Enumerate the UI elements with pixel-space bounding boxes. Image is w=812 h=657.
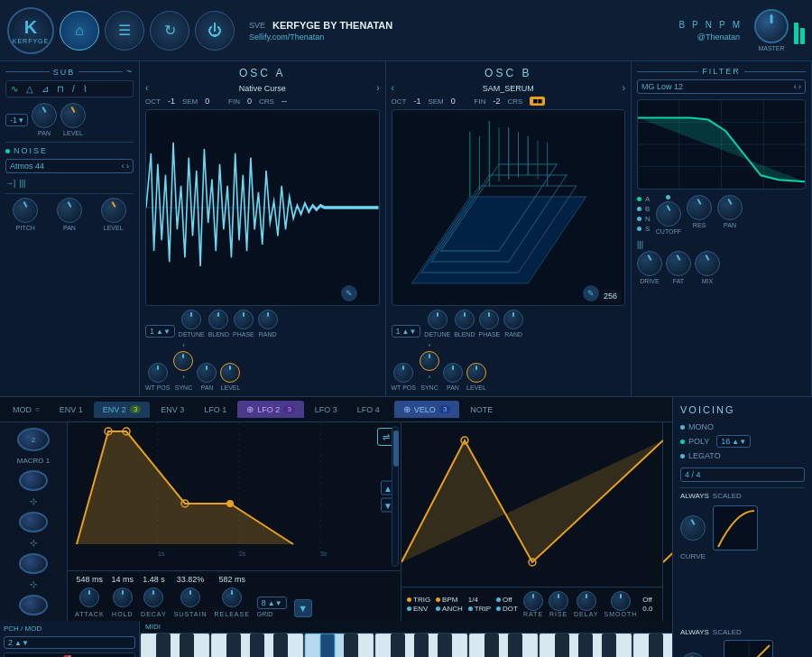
link1[interactable]: Sellify.com/Thenatan [249, 32, 324, 42]
osc-a-wtpos-knob[interactable] [148, 363, 168, 383]
pch-slider[interactable] [4, 652, 135, 657]
home-nav-btn[interactable]: ⌂ [60, 11, 99, 51]
settings-nav-btn[interactable]: ☰ [105, 11, 144, 51]
filter-mix-knob[interactable] [695, 251, 720, 276]
power-nav-btn[interactable]: ⏻ [195, 11, 235, 51]
refresh-nav-btn[interactable]: ↻ [150, 11, 189, 51]
tab-mod[interactable]: MOD ○ [4, 402, 49, 418]
wave-selector[interactable]: ∿ △ ⊿ ⊓ / ⌇ [5, 80, 134, 97]
mono-led[interactable] [680, 425, 685, 430]
env-release-knob[interactable] [222, 588, 242, 607]
anch-led[interactable] [436, 606, 440, 611]
nav-n[interactable]: N [706, 20, 712, 30]
pch-val1-dropdown[interactable]: 2▲▼ [4, 636, 135, 649]
tab-env1[interactable]: ENV 1 [51, 402, 92, 418]
osc-b-unison-dropdown[interactable]: 1▲▼ [392, 325, 421, 338]
tab-note[interactable]: NOTE [461, 402, 502, 418]
sub-pan2-knob[interactable] [57, 198, 82, 223]
wave-custom[interactable]: ⌇ [80, 83, 90, 95]
sub-pitch-knob[interactable] [13, 198, 38, 223]
nav-m[interactable]: M [733, 20, 740, 30]
sub-pan-knob[interactable] [32, 103, 57, 128]
osc-b-pan-knob[interactable] [443, 363, 463, 383]
tab-env2[interactable]: ENV 2 3 [94, 402, 150, 418]
osc-b-next[interactable]: › [623, 83, 625, 93]
wave-slash[interactable]: / [69, 83, 78, 95]
link2[interactable]: @Thenatan [697, 32, 740, 42]
env-attack-knob[interactable] [79, 588, 99, 607]
grid-dropdown[interactable]: 8▲▼ [257, 597, 287, 609]
octave-dropdown[interactable]: -1 ▾ [5, 114, 28, 126]
macro5-knob[interactable] [19, 595, 48, 615]
sub-level2-knob[interactable] [101, 198, 126, 223]
osc-b-detune-knob[interactable] [428, 310, 448, 329]
trig-led[interactable] [407, 597, 411, 602]
osc-a-level-knob[interactable] [220, 363, 240, 383]
trip-led[interactable] [468, 606, 473, 611]
poly-led[interactable] [680, 440, 685, 444]
legato-val-select[interactable]: 4 / 4 [680, 467, 805, 482]
tab-lfo3[interactable]: LFO 3 [306, 402, 346, 418]
filter-cutoff-knob[interactable] [656, 201, 681, 227]
tab-env3[interactable]: ENV 3 [152, 402, 193, 418]
macro1-knob[interactable]: 2 [17, 428, 50, 451]
poly-dropdown[interactable]: 16▲▼ [716, 435, 751, 448]
osc-a-sync-knob[interactable] [173, 351, 193, 371]
lfo-rate-knob[interactable] [523, 591, 543, 611]
always-label[interactable]: ALWAYS [680, 492, 709, 500]
filter-fat-knob[interactable] [666, 251, 691, 276]
osc-a-phase-knob[interactable] [234, 310, 254, 329]
env-decay-knob[interactable] [143, 588, 163, 607]
nav-b[interactable]: B [678, 20, 685, 30]
filter-res-knob[interactable] [687, 195, 712, 220]
macro4-knob[interactable] [19, 553, 48, 574]
noise-preset-select[interactable]: Atmos 44‹ › [5, 159, 134, 173]
lfo-delay-knob[interactable] [577, 591, 596, 611]
bpm-led[interactable] [436, 597, 440, 602]
wave-saw[interactable]: ⊿ [39, 83, 51, 95]
scaled-label[interactable]: SCALED [713, 492, 742, 500]
macro-drag-1[interactable]: ⊹ [30, 496, 37, 506]
keyboard-area[interactable]: MIDI [140, 621, 672, 657]
scaled-label-2[interactable]: SCALED [713, 628, 742, 636]
macro-drag-3[interactable]: ⊹ [30, 579, 37, 589]
filter-a-led[interactable] [637, 197, 641, 201]
lfo-rise-knob[interactable] [549, 591, 568, 611]
filter-s-led[interactable] [637, 227, 641, 231]
env-hold-knob[interactable] [113, 588, 133, 607]
filter-n-led[interactable] [637, 217, 641, 221]
wave-tri[interactable]: △ [23, 83, 36, 95]
sub-level-knob[interactable] [60, 103, 86, 128]
macro-drag-2[interactable]: ⊹ [30, 538, 37, 548]
filter-drive-knob[interactable] [637, 251, 662, 276]
wave-sq[interactable]: ⊓ [54, 83, 67, 95]
osc-b-rand-knob[interactable] [503, 310, 523, 329]
osc-a-next[interactable]: › [376, 83, 379, 93]
curve-knob[interactable] [680, 515, 706, 541]
macro3-knob[interactable] [19, 512, 48, 532]
nav-p[interactable]: P [692, 20, 698, 30]
osc-a-pan-knob[interactable] [197, 363, 217, 383]
osc-b-edit-btn[interactable]: ✎ [583, 285, 599, 301]
osc-a-rand-knob[interactable] [258, 310, 278, 329]
env-scrollbar[interactable] [392, 426, 399, 567]
env-sustain-knob[interactable] [180, 588, 200, 607]
tab-lfo2[interactable]: ⊕ LFO 2 3 [237, 401, 303, 418]
env-led[interactable] [407, 606, 411, 611]
osc-a-detune-knob[interactable] [181, 310, 201, 329]
grid-down-arrow[interactable]: ▼ [294, 575, 312, 617]
osc-b-blend-knob[interactable] [455, 310, 475, 329]
master-knob[interactable] [754, 9, 789, 43]
always-label-2[interactable]: ALWAYS [680, 628, 709, 636]
legato-led[interactable] [680, 454, 685, 458]
off1-led[interactable] [496, 597, 501, 602]
osc-b-sync-knob[interactable] [420, 351, 439, 371]
tab-lfo4[interactable]: LFO 4 [348, 402, 389, 418]
osc-b-wtpos-knob[interactable] [393, 363, 413, 383]
wave-sine[interactable]: ∿ [8, 83, 21, 95]
lfo-smooth-knob[interactable] [611, 591, 631, 611]
filter-preset-select[interactable]: MG Low 12‹ › [637, 79, 806, 94]
macro2-knob[interactable] [19, 470, 48, 491]
osc-b-phase-knob[interactable] [479, 310, 499, 329]
tab-velo[interactable]: ⊕ VELO 3 [394, 401, 459, 418]
